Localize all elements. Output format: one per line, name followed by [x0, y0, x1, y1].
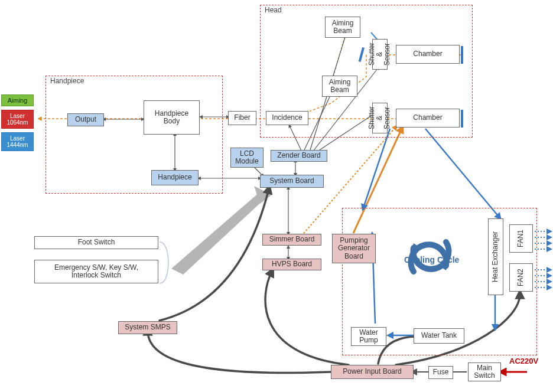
- group-handpiece-label: Handpiece: [50, 77, 84, 85]
- block-pib: Power Input Board: [331, 365, 414, 379]
- block-shutter1: Shutter & Sensor: [372, 39, 388, 70]
- svg-marker-6: [171, 192, 266, 275]
- block-fuse: Fuse: [428, 366, 453, 379]
- block-water-pump: Water Pump: [351, 327, 386, 346]
- block-system-smps: System SMPS: [118, 321, 177, 334]
- diagram-canvas: Handpiece Head Aiming Laser 1064nm Laser…: [0, 0, 553, 392]
- cooling-cycle-label: Cooling Cycle: [404, 255, 459, 264]
- block-emergency-switch: Emergency S/W, Key S/W, Interlock Switch: [34, 260, 158, 283]
- block-incidence: Incidence: [266, 111, 308, 125]
- ac220v-label: AC220V: [509, 357, 538, 365]
- legend-1444: Laser 1444nm: [1, 132, 34, 151]
- legend-1064: Laser 1064nm: [1, 110, 34, 129]
- block-shutter2: Shutter & Sensor: [372, 103, 388, 133]
- svg-line-24: [363, 129, 390, 208]
- block-heat-exchanger: Heat Exchanger: [488, 218, 503, 295]
- block-fan1-label: FAN1: [517, 230, 525, 247]
- block-lcd: LCD Module: [230, 148, 264, 168]
- block-mainswitch: Main Switch: [468, 362, 501, 381]
- block-fan1: FAN1: [509, 224, 533, 253]
- legend-aiming: Aiming: [1, 94, 34, 106]
- block-fan2-label: FAN2: [517, 269, 525, 286]
- block-hp2: Handpiece: [151, 170, 199, 185]
- svg-marker-7: [254, 186, 272, 204]
- block-hvps: HVPS Board: [262, 259, 321, 270]
- block-pumpgen: Pumping Generator Board: [332, 234, 376, 263]
- block-fiber: Fiber: [228, 111, 256, 125]
- block-shutter1-label: Shutter & Sensor: [368, 41, 392, 68]
- block-hp-body: Handpiece Body: [144, 100, 200, 135]
- block-heat-exchanger-label: Heat Exchanger: [492, 231, 499, 282]
- block-zender: Zender Board: [271, 150, 327, 162]
- block-chamber2: Chamber: [396, 109, 460, 128]
- block-output: Output: [67, 113, 104, 126]
- block-aim1: Aiming Beam: [325, 17, 360, 38]
- svg-line-25: [425, 129, 499, 217]
- block-water-tank: Water Tank: [414, 328, 464, 344]
- group-head-label: Head: [265, 6, 282, 14]
- block-simmer: Simmer Board: [262, 234, 321, 246]
- block-shutter2-label: Shutter & Sensor: [368, 104, 392, 132]
- block-system-board: System Board: [260, 175, 324, 188]
- block-aim2: Aiming Beam: [322, 76, 357, 97]
- block-foot-switch: Foot Switch: [34, 236, 158, 249]
- block-chamber1: Chamber: [396, 45, 460, 64]
- block-fan2: FAN2: [509, 263, 533, 292]
